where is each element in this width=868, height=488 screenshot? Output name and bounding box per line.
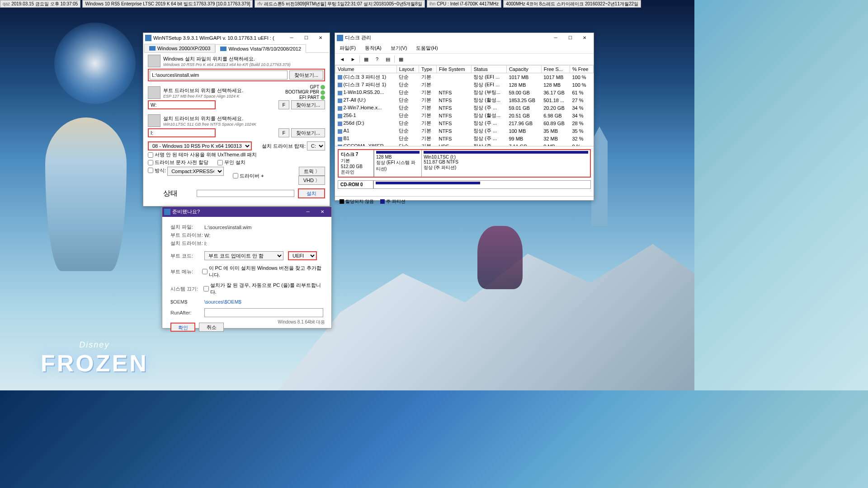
disk-row[interactable]: 디스크 7 기본 512.00 GB 온라인 128 MB 정상 (EFI 시스… [338, 149, 591, 178]
minimize-button[interactable]: ─ [548, 33, 563, 42]
section-title: Windows 설치 파일의 위치를 선택하세요. [163, 56, 291, 62]
col-capacity[interactable]: Capacity [506, 66, 541, 73]
titlebar[interactable]: WinNTSetup 3.9.3.1 WimGAPI v. 10.0.17763… [143, 33, 330, 43]
table-row[interactable]: 1-Win10.RS5.20...단순기본NTFS정상 (부팅...59.00 … [335, 89, 594, 96]
menu-action[interactable]: 동작(A) [363, 44, 383, 52]
section-boot-drive: GPT BOOTMGR PBR EFI PART 부트 드라이브의 위치를 선택… [143, 84, 330, 113]
bottom-bar: 상태 설치 [143, 186, 330, 201]
settings-icon[interactable]: ▤ [383, 55, 392, 64]
logo-disney: Disney [41, 340, 148, 350]
install-drive-input[interactable] [148, 128, 216, 137]
mode-select[interactable]: Compact:XPRESS4K [167, 167, 224, 176]
section-subtitle: Win10.LTSC 511 GB free NTFS Space Align … [163, 122, 256, 127]
table-row[interactable]: (디스크 7 파티션 1)단순기본정상 (EFI ...128 MB128 MB… [335, 81, 594, 89]
label: 부트 드라이브: [170, 232, 204, 239]
section-subtitle: Windows 10 RS5 Pro K x64 190313 x64 ko-K… [163, 62, 291, 67]
disk-row-cdrom[interactable]: CD-ROM 0 [338, 180, 591, 189]
disk-graphical-panel[interactable]: 디스크 7 기본 512.00 GB 온라인 128 MB 정상 (EFI 시스… [335, 146, 594, 196]
col-free[interactable]: Free S... [541, 66, 570, 73]
unattend-check[interactable]: 무인 설치 [217, 159, 245, 166]
table-row[interactable]: 2T-All (U:)단순기본NTFS정상 (활성...1853.25 GB50… [335, 96, 594, 104]
col-volume[interactable]: Volume [335, 66, 397, 73]
tool-icon[interactable]: ▦ [362, 55, 371, 64]
preassign-check[interactable]: 드라이브 문자 사전 할당 [148, 159, 208, 166]
close-button[interactable]: ✕ [315, 207, 330, 216]
disk-name: 디스크 7 [341, 152, 358, 157]
legend-swatch-icon [380, 199, 385, 204]
table-row[interactable]: 256d (D:)단순기본NTFS정상 (주 ...217.96 GB60.89… [335, 119, 594, 127]
value: L:\sources\install.wim [204, 225, 252, 230]
maximize-button[interactable]: ☐ [299, 33, 313, 42]
format-button[interactable]: F [278, 100, 289, 109]
minimize-button[interactable]: ─ [284, 33, 299, 42]
titlebar[interactable]: 디스크 관리 ─ ☐ ✕ [335, 33, 594, 43]
bootmenu-check[interactable]: 이 PC 에 이미 설치된 Windows 버전을 찾고 추가합니다. [202, 265, 323, 278]
browse-button[interactable]: 찾아보기... [291, 128, 325, 137]
disk-mgmt-window: 디스크 관리 ─ ☐ ✕ 파일(F) 동작(A) 보기(V) 도움말(H) ◄ … [335, 33, 594, 201]
forward-icon[interactable]: ► [349, 55, 358, 64]
format-button[interactable]: F [278, 128, 289, 137]
tabs: Windows 2000/XP/2003 Windows Vista/7/8/1… [144, 44, 329, 53]
back-icon[interactable]: ◄ [338, 55, 347, 64]
flag-icon [149, 46, 156, 51]
value: I: [204, 241, 207, 246]
desktop-info-bar: qaz2019.03.15 금요일 오후 10:37:05 Windows 10… [0, 0, 694, 8]
volume-list[interactable]: Volume Layout Type File System Status Ca… [335, 65, 594, 146]
menu-file[interactable]: 파일(F) [338, 44, 358, 52]
uefi-select[interactable]: UEFI [288, 251, 317, 260]
minimize-button[interactable]: ─ [301, 207, 315, 216]
close-button[interactable]: ✕ [313, 33, 328, 42]
col-pct[interactable]: % Free [570, 66, 593, 73]
col-layout[interactable]: Layout [396, 66, 419, 73]
list-icon[interactable]: ▦ [396, 55, 406, 64]
cancel-button[interactable]: 취소 [199, 323, 224, 332]
col-fs[interactable]: File System [437, 66, 472, 73]
boot-code-select[interactable]: 부트 코드 업데이트 안 함 [204, 251, 283, 260]
titlebar[interactable]: 준비됐나요? ─ ✕ [162, 207, 331, 217]
ok-button[interactable]: 확인 [170, 323, 195, 332]
label: 설치 파일: [170, 224, 204, 230]
mount-select[interactable]: C: [307, 141, 325, 150]
runafter-input[interactable] [204, 308, 323, 317]
wallpaper-logo: Disney FROZEN [41, 340, 148, 377]
efi-label: EFI PART [299, 95, 319, 100]
vhd-button[interactable]: VHD 〉 [298, 176, 325, 185]
window-title: 디스크 관리 [345, 34, 548, 41]
browse-button[interactable]: 찾아보기... [291, 100, 325, 109]
install-button[interactable]: 설치 [298, 188, 325, 198]
label: $OEM$ [170, 299, 204, 305]
shutdown-check[interactable]: 설치가 잘 된 경우, 자동으로 PC (을)를 리부트합니다. [203, 282, 323, 296]
oem-link[interactable]: \sources\$OEM$ [204, 299, 241, 305]
tweak-button[interactable]: 트윅 〉 [299, 167, 325, 176]
disc-icon [148, 55, 160, 67]
tab-vista[interactable]: Windows Vista/7/8/10/2008/2012 [215, 44, 306, 53]
boot-drive-input[interactable] [148, 100, 216, 109]
table-row[interactable]: B1단순기본NTFS정상 (주 ...99 MB32 MB32 % [335, 135, 594, 142]
info-item: ihnCPU : Intel i7-6700K 4417MHz [427, 0, 501, 8]
uxtheme-check[interactable]: 서명 안 된 테마 사용을 위해 UxTheme.dll 패치 [148, 151, 257, 158]
partition-efi[interactable]: 128 MB 정상 (EFI 시스템 파티션) [374, 150, 421, 177]
install-source-input[interactable] [150, 70, 288, 80]
mode-check[interactable]: 방식: [148, 167, 166, 174]
table-row[interactable]: A1단순기본NTFS정상 (주 ...100 MB35 MB35 % [335, 127, 594, 135]
help-icon[interactable]: ? [373, 55, 382, 64]
menu-help[interactable]: 도움말(H) [414, 44, 439, 52]
partition-main[interactable]: Win10.LTSC (I:) 511.87 GB NTFS 정상 (주 파티션… [421, 150, 590, 177]
col-type[interactable]: Type [419, 66, 437, 73]
driver-check[interactable]: 드라이버 + [233, 167, 264, 185]
table-row[interactable]: 256-1단순기본NTFS정상 (활성...20.51 GB6.98 GB34 … [335, 112, 594, 119]
browse-button[interactable]: 찾아보기... [289, 70, 323, 80]
edition-select[interactable]: 08 - Windows 10 RS5 Pro K x64 190313 v18… [148, 141, 252, 150]
table-row[interactable]: (디스크 3 파티션 1)단순기본정상 (EFI ...1017 MB1017 … [335, 73, 594, 81]
maximize-button[interactable]: ☐ [563, 33, 577, 42]
menu-view[interactable]: 보기(V) [389, 44, 409, 52]
label: 설치 드라이브: [170, 240, 204, 247]
table-row[interactable]: 2-Win7.Home.x...단순기본NTFS정상 (주 ...59.01 G… [335, 104, 594, 112]
tab-xp[interactable]: Windows 2000/XP/2003 [144, 44, 215, 52]
table-row[interactable]: CCCOMA_X86FR...단순기본UDF정상 (주 ...7.11 GB0 … [335, 142, 594, 146]
info-item: Windows 10 RS5 Enterprise LTSC 2019 K 64… [82, 0, 253, 8]
col-status[interactable]: Status [471, 66, 506, 73]
app-icon [145, 35, 151, 41]
toolbar: ◄ ► ▦ ? ▤ ▦ [335, 54, 594, 65]
close-button[interactable]: ✕ [577, 33, 592, 42]
